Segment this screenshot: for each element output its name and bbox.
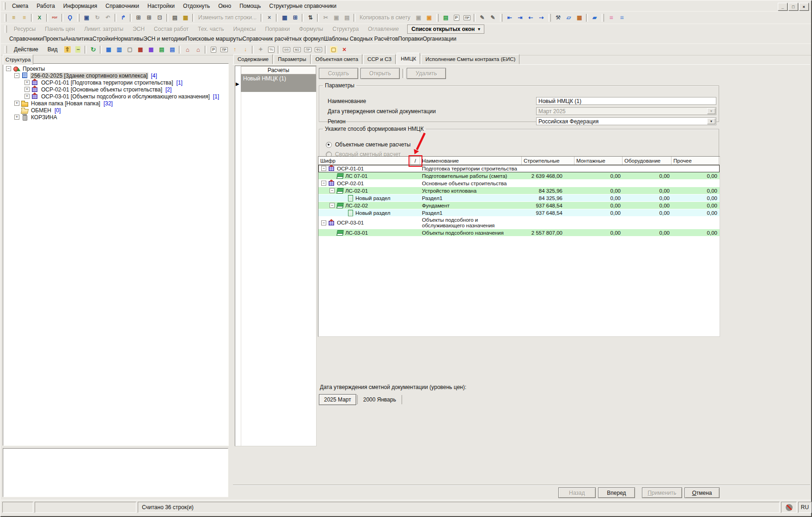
copy-fragment-icon[interactable]: ▣ [414, 13, 423, 22]
tree-expander[interactable] [24, 80, 30, 85]
keyboard-layout-indicator[interactable]: RU [798, 502, 812, 513]
open-button[interactable]: Открыть [360, 68, 400, 79]
grid-column-header[interactable]: Наименование [420, 157, 522, 164]
comment-icon[interactable]: ⊡ [155, 13, 165, 22]
tab-structure[interactable]: Структура [3, 55, 33, 65]
row-expander[interactable] [321, 220, 326, 225]
reopen-icon[interactable]: ↱ [118, 13, 128, 22]
view-menu[interactable]: Вид [43, 46, 62, 53]
workspace-tab[interactable]: Шаблоны Сводных Расчётов [324, 36, 398, 42]
grid-column-header[interactable]: Оборудование [623, 157, 672, 164]
tree-item[interactable]: КОРЗИНА [3, 114, 228, 121]
grid-column-header[interactable]: Шифр [318, 157, 411, 164]
workspace-tab[interactable]: Стройки [92, 36, 114, 42]
workspace-tab[interactable]: Справочники [9, 36, 43, 42]
row-expander[interactable] [330, 188, 335, 193]
toolbar-grip[interactable] [5, 46, 7, 53]
apply-button[interactable]: Применить [642, 487, 682, 498]
price-books-icon[interactable]: ≡ [606, 13, 616, 22]
close-button[interactable]: × [799, 3, 809, 11]
move-down-icon[interactable]: ↓ [240, 45, 250, 54]
row-expander[interactable] [321, 166, 326, 171]
region-combobox[interactable]: Российская Федерация ▼ [536, 117, 716, 125]
tree-expander[interactable] [24, 87, 30, 92]
table-row[interactable]: ЛС-02-01 Устройство котлована 84 325,96 … [318, 187, 720, 195]
p-settings-icon[interactable]: P [452, 13, 461, 22]
tree-structure-icon[interactable]: ≡ [9, 13, 18, 22]
edit-rows-clear-icon[interactable]: ✎ [488, 13, 498, 22]
workspace-tab[interactable]: Поправки [398, 36, 422, 42]
workspace-tab[interactable]: ЭСН и методики [143, 36, 185, 42]
insert-position-alt-icon[interactable]: ⊞ [144, 13, 154, 22]
p-calc-icon[interactable]: P [208, 45, 218, 54]
restore-button[interactable]: □ [788, 3, 798, 11]
document-tab[interactable]: Исполнение Сметы контракта (ЕИС) [421, 54, 519, 64]
outdent-icon[interactable]: ⇠ [526, 13, 536, 22]
tree-item[interactable]: ОСР-03-01 [Объекты подсобного и обслужив… [3, 93, 228, 100]
grid-column-header[interactable]: Монтажные [574, 157, 623, 164]
pr-settings-icon[interactable]: ПР [462, 13, 472, 22]
toolbar-grip[interactable] [3, 2, 6, 10]
row-expander[interactable] [330, 203, 335, 208]
price-level-tab-base[interactable]: 2000 Январь [359, 395, 401, 405]
row-updown-icon[interactable]: ⇅ [305, 13, 315, 22]
panel-toolbar-item[interactable]: Поправки [261, 26, 294, 32]
panel-toolbar-item[interactable]: Оглавление [363, 26, 403, 32]
paste-buffer-icon[interactable]: ▣ [424, 13, 434, 22]
copy-icon[interactable]: ▣ [331, 13, 341, 22]
cancel-button[interactable]: Отмена [684, 487, 720, 498]
insert-position-icon[interactable]: ⊞ [134, 13, 143, 22]
forward-button[interactable]: Вперед [598, 487, 635, 498]
workspace-tab[interactable]: Проекты [43, 36, 65, 42]
blocks-icon[interactable]: ▦ [181, 13, 190, 22]
menu-item[interactable]: Работа [32, 2, 59, 10]
project-list-icon[interactable]: ▥ [114, 45, 124, 54]
delivery-truck-icon[interactable]: ▰ [590, 13, 599, 22]
panel-toolbar-item[interactable]: Состав работ [149, 26, 193, 32]
grid-column-header[interactable]: Прочее [672, 157, 719, 164]
tree-item[interactable]: 256-02-2025 [Здание спортивного комплекс… [3, 72, 228, 79]
panel-toolbar-item[interactable]: Лимит. затраты [79, 26, 128, 32]
back-button[interactable]: Назад [558, 487, 596, 498]
document-tab[interactable]: НМЦК [397, 53, 420, 64]
edit-rows-icon[interactable]: ✎ [477, 13, 487, 22]
tree-item[interactable]: Проекты [3, 65, 228, 72]
tree-expander[interactable] [14, 73, 19, 78]
copy-to-estimate-label[interactable]: Копировать в смету [357, 14, 413, 21]
panel-toolbar-item[interactable]: Тех. часть [193, 26, 228, 32]
folder-up-icon[interactable]: ⇧ [62, 45, 72, 54]
printer-icon[interactable]: ▤ [170, 13, 180, 22]
workspace-tab[interactable]: Справочник расчётных формул [243, 36, 324, 42]
table-row[interactable]: ОСР-02-01 Основные объекты строительства [318, 180, 720, 187]
menu-item[interactable]: Информация [59, 2, 101, 10]
workspace-tab[interactable]: Аналитика [65, 36, 92, 42]
new-estimate-icon[interactable]: ▩ [135, 45, 145, 54]
pr2-icon[interactable]: ПР [303, 45, 312, 54]
machines-truck-icon[interactable]: ▱ [564, 13, 574, 22]
calculator-icon[interactable]: ▦ [280, 13, 289, 22]
tree-expander[interactable] [14, 101, 19, 106]
grid-column-header[interactable]: Строительные [522, 157, 574, 164]
clear-row-type-icon[interactable]: × [264, 13, 274, 22]
m2-icon[interactable]: М2 [292, 45, 302, 54]
table-row[interactable]: Новый раздел Раздел1 937 648,54 0,00 0,0… [318, 209, 720, 217]
tree-item[interactable]: ОСР-01-01 [Подготовка территории строите… [3, 79, 228, 86]
zero-level-icon[interactable]: 0/0 [281, 45, 291, 54]
table-row[interactable]: ЛС 07-01 Подготовительные работы (смета)… [318, 172, 720, 180]
tree-expander[interactable] [24, 94, 30, 99]
open-windows-dropdown[interactable]: Список открытых окон ▾ [407, 24, 484, 34]
percent-icon[interactable]: % [266, 45, 276, 54]
document-tab[interactable]: Объектная смета [311, 54, 363, 64]
action-menu[interactable]: Действие [9, 46, 43, 53]
calc-list-header[interactable]: Расчеты [241, 66, 316, 74]
menu-item[interactable]: Настройки [143, 2, 179, 10]
pdf-export-icon[interactable]: PDF [50, 13, 60, 22]
tree-item[interactable]: ОСР-02-01 [Основные объекты строительств… [3, 86, 228, 93]
toolbar-grip[interactable] [5, 25, 7, 33]
document-tab[interactable]: ССР и СЗ [363, 54, 396, 64]
date-combobox[interactable]: Март 2025 ▼ [536, 107, 716, 115]
create-button[interactable]: Создать [319, 68, 358, 79]
menu-item[interactable]: Отдохнуть [179, 2, 214, 10]
workspace-tab[interactable]: Нормативы [114, 36, 143, 42]
estimate-copy-icon[interactable]: ▩ [146, 45, 156, 54]
